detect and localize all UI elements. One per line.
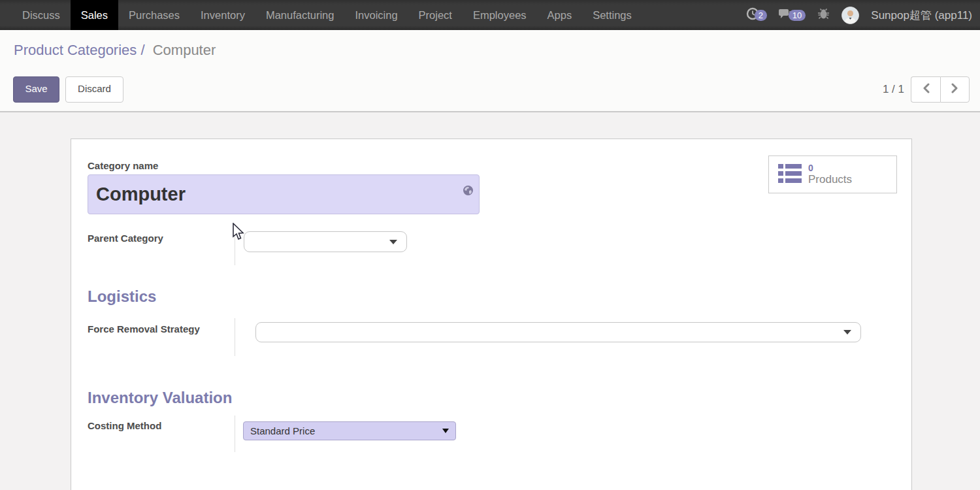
nav-item-employees[interactable]: Employees	[463, 0, 537, 30]
pager-next-button[interactable]	[940, 76, 970, 103]
caret-down-icon	[442, 429, 449, 433]
force-removal-dropdown[interactable]	[255, 322, 861, 342]
user-menu[interactable]	[841, 7, 859, 24]
field-separator	[235, 416, 235, 452]
caret-down-icon	[843, 330, 851, 335]
products-count: 0	[808, 163, 852, 173]
nav-item-inventory[interactable]: Inventory	[190, 0, 255, 30]
control-panel: Product Categories / Computer Save Disca…	[0, 30, 980, 112]
category-name-label: Category name	[88, 160, 158, 171]
avatar	[841, 7, 859, 24]
content-area: Category name Computer Parent Category L…	[0, 114, 980, 490]
costing-method-value: Standard Price	[250, 425, 315, 436]
pager-value: 1 / 1	[883, 83, 904, 96]
chevron-left-icon	[923, 83, 930, 96]
pager: 1 / 1	[883, 76, 970, 103]
field-separator	[235, 318, 235, 356]
parent-category-label: Parent Category	[88, 233, 163, 244]
top-nav: Discuss Sales Purchases Inventory Manufa…	[0, 0, 980, 30]
messages-badge: 10	[789, 10, 806, 21]
products-stat-button[interactable]: 0 Products	[768, 155, 897, 193]
nav-item-apps[interactable]: Apps	[537, 0, 583, 30]
form-sheet: Category name Computer Parent Category L…	[71, 139, 912, 490]
caret-down-icon	[389, 240, 397, 244]
section-title-inventory-valuation: Inventory Valuation	[88, 389, 232, 407]
nav-item-sales[interactable]: Sales	[71, 0, 118, 30]
nav-item-project[interactable]: Project	[408, 0, 463, 30]
activities-menu[interactable]: 2	[746, 7, 767, 23]
category-name-input[interactable]: Computer	[88, 174, 480, 214]
discard-button[interactable]: Discard	[65, 76, 123, 103]
costing-method-select[interactable]: Standard Price	[243, 421, 456, 440]
breadcrumb-separator: /	[140, 42, 144, 58]
breadcrumb: Product Categories / Computer	[14, 42, 216, 59]
breadcrumb-current: Computer	[153, 42, 216, 58]
mouse-cursor	[232, 223, 244, 244]
activities-badge: 2	[755, 10, 767, 21]
user-name[interactable]: Sunpop超管 (app11)	[871, 8, 972, 23]
products-label: Products	[808, 173, 852, 186]
nav-item-invoicing[interactable]: Invoicing	[344, 0, 408, 30]
parent-category-dropdown[interactable]	[244, 231, 407, 252]
nav-item-settings[interactable]: Settings	[582, 0, 642, 30]
main-menu: Discuss Sales Purchases Inventory Manufa…	[0, 0, 642, 30]
pager-previous-button[interactable]	[911, 76, 940, 103]
nav-item-discuss[interactable]: Discuss	[12, 0, 71, 30]
globe-translate-icon[interactable]	[463, 179, 474, 190]
chevron-right-icon	[951, 83, 958, 96]
force-removal-label: Force Removal Strategy	[88, 323, 200, 335]
section-title-logistics: Logistics	[88, 287, 156, 306]
nav-item-manufacturing[interactable]: Manufacturing	[255, 0, 345, 30]
bug-icon	[817, 7, 830, 23]
costing-method-label: Costing Method	[88, 420, 161, 431]
list-icon	[778, 163, 802, 186]
nav-item-purchases[interactable]: Purchases	[118, 0, 190, 30]
save-button[interactable]: Save	[13, 76, 59, 103]
breadcrumb-parent-link[interactable]: Product Categories	[14, 42, 137, 58]
category-name-value: Computer	[96, 184, 186, 205]
messages-menu[interactable]: 10	[779, 8, 806, 23]
debug-menu[interactable]	[817, 7, 830, 23]
systray: 2 10 Sunpop超管 (app11)	[746, 0, 980, 30]
